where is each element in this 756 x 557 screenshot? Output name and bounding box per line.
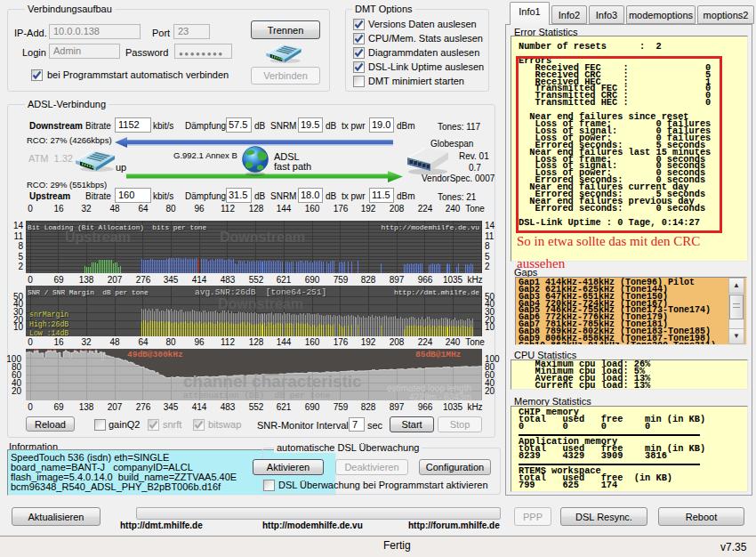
svg-text:snrMargin: snrMargin (29, 311, 68, 319)
svg-text:Downstream: Downstream (220, 230, 305, 245)
svg-text:SNR / SNR Margin dB per tone: SNR / SNR Margin dB per tone (28, 289, 149, 296)
svg-text:avg.SNR:26dB [tone64-251]: avg.SNR:26dB [tone64-251] (195, 287, 326, 297)
svg-text:http://dmt.mhilfe.de: http://dmt.mhilfe.de (394, 288, 479, 296)
svg-text:http://modemhilfe.de.vu: http://modemhilfe.de.vu (382, 223, 480, 231)
svg-text:channel characteristic: channel characteristic (183, 372, 362, 391)
svg-text:85dB@1MHz: 85dB@1MHz (415, 350, 461, 359)
svg-text:Bit Loading (Bit Allocation): Bit Loading (Bit Allocation) bits per to… (28, 224, 207, 231)
svg-text:High:26dB: High:26dB (29, 320, 68, 328)
svg-text:attenuation (DS) dB per tone: attenuation (DS) dB per tone (183, 391, 331, 400)
svg-text:49dB@300kHz: 49dB@300kHz (127, 350, 183, 359)
svg-text:Low :14dB: Low :14dB (29, 329, 68, 337)
svg-text:Downstream: Downstream (218, 296, 303, 311)
svg-text:4229m - 6343m: 4229m - 6343m (409, 392, 471, 400)
